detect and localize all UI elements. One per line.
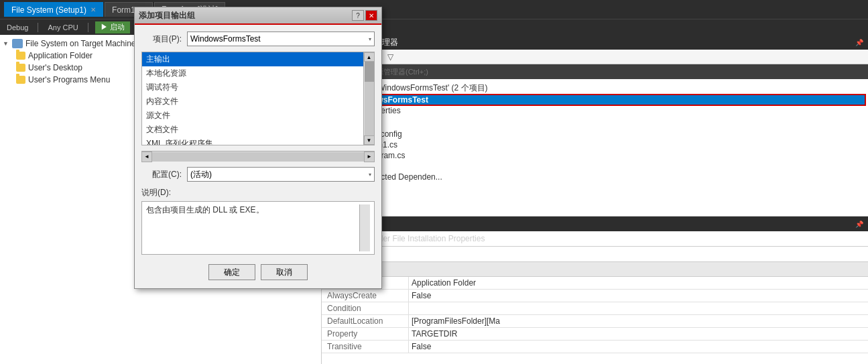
desc-scrollbar[interactable]	[359, 204, 370, 251]
props-title-bar: Application Folder File Installation Pro…	[322, 231, 868, 247]
config-combo[interactable]: (活动) ▾	[187, 167, 375, 182]
props-row-property[interactable]: Property TARGETDIR	[322, 328, 868, 341]
list-item-4[interactable]: 源文件	[142, 109, 363, 123]
sol-search-bar[interactable]	[322, 64, 868, 79]
dialog-add-output: 添加项目输出组 ? ✕ 项目(P): WindowsFormsTest ▾	[134, 7, 382, 289]
start-button[interactable]: ▶ 启动	[95, 21, 130, 34]
desc-box: 包含由项目生成的 DLL 或 EXE。	[141, 201, 375, 255]
sol-item-properties[interactable]: ▶ Properties	[324, 105, 865, 116]
list-item-2[interactable]: 调试符号	[142, 80, 363, 95]
dialog-close-btn[interactable]: ✕	[365, 10, 377, 21]
props-key-condition: Condition	[322, 302, 409, 314]
sol-search-input[interactable]	[324, 68, 865, 76]
list-item-6[interactable]: XML 序列化程序集	[142, 137, 363, 145]
h-scroll-right[interactable]: ►	[364, 151, 375, 162]
solution-explorer: 解决方案资源管理器 📌 ⌂ ↻ ⊟ ≡ ▽ ▼ 📁 解决方案'	[322, 35, 868, 217]
toolbar-sep2	[88, 23, 88, 32]
folder-icon-programs	[16, 76, 25, 84]
tree-item-appfolder-label: Application Folder	[28, 51, 92, 60]
project-row: 项目(P): WindowsFormsTest ▾	[141, 32, 375, 46]
config-row: 配置(C): (活动) ▾	[141, 167, 375, 182]
sol-project-wft[interactable]: ▼ 🗂 WindowsFormsTest	[324, 95, 865, 105]
props-row-alwayscreate[interactable]: AlwaysCreate False	[322, 290, 868, 302]
list-item-3[interactable]: 内容文件	[142, 95, 363, 109]
tree-item-desktop-label: User's Desktop	[28, 63, 82, 72]
tree-item-programs-label: User's Programs Menu	[28, 75, 110, 84]
dialog-title: 添加项目输出组	[139, 10, 195, 21]
solution-tree: ▼ 📁 解决方案'WindowsFormsTest' (2 个项目) ▼ 🗂 W…	[322, 79, 868, 216]
dialog-titlebar[interactable]: 添加项目输出组 ? ✕	[135, 7, 381, 25]
sol-filter-btn[interactable]: ▽	[383, 51, 397, 63]
config-combo-value: (活动)	[190, 169, 212, 180]
h-scroll-track	[152, 152, 364, 162]
cpu-dropdown[interactable]: Any CPU	[45, 23, 80, 32]
h-scroll-left[interactable]: ◄	[141, 151, 152, 162]
list-item-1[interactable]: 本地化资源	[142, 66, 363, 80]
server-icon	[12, 39, 23, 48]
project-combo[interactable]: WindowsFormsTest ▾	[187, 32, 375, 46]
sol-item-ref[interactable]: ▶ 🔗 引用	[324, 116, 865, 129]
scroll-up-btn[interactable]: ▲	[364, 52, 375, 62]
props-key-defaultloc: DefaultLocation	[322, 315, 409, 327]
desc-text: 包含由项目生成的 DLL 或 EXE。	[146, 204, 359, 251]
dialog-help-btn[interactable]: ?	[352, 10, 364, 21]
props-key-property: Property	[322, 328, 409, 340]
sol-item-setup1-child[interactable]: ▶ 📄 Detected Dependen...	[324, 172, 865, 182]
tab-filesystem-close[interactable]: ✕	[90, 6, 96, 13]
props-val-defaultloc: [ProgramFilesFolder][Ma	[409, 315, 868, 327]
solution-explorer-header: 解决方案资源管理器 📌	[322, 35, 868, 50]
tree-root-label: File System on Target Machine	[25, 39, 136, 48]
output-list-items: 主输出 本地化资源 调试符号 内容文件 源文件 文档文件 XML 序列化程序集	[142, 52, 363, 145]
main-toolbar: Debug Any CPU ▶ 启动	[0, 19, 868, 35]
props-header: 属性 📌	[322, 217, 868, 231]
desc-section: 说明(D): 包含由项目生成的 DLL 或 EXE。	[141, 187, 375, 255]
scroll-down-btn[interactable]: ▼	[364, 135, 375, 145]
cancel-button[interactable]: 取消	[261, 264, 308, 280]
sol-item-programcs[interactable]: ▶ C# Program.cs	[324, 150, 865, 161]
props-key-alwayscreate: AlwaysCreate	[322, 290, 409, 302]
root-expand-arrow: ▼	[3, 40, 9, 47]
props-row-defaultloc[interactable]: DefaultLocation [ProgramFilesFolder][Ma	[322, 315, 868, 328]
project-combo-value: WindowsFormsTest	[190, 34, 261, 44]
dialog-controls: ? ✕	[352, 10, 377, 21]
config-combo-arrow: ▾	[369, 172, 371, 178]
props-row-transitive[interactable]: Transitive False	[322, 341, 868, 353]
sol-item-appconfig[interactable]: ▶ 📄 App.config	[324, 129, 865, 139]
main-layout: ▼ File System on Target Machine Applicat…	[0, 35, 868, 364]
list-item-0[interactable]: 主输出	[142, 52, 363, 66]
props-pin-btn[interactable]: 📌	[855, 219, 864, 229]
sol-root[interactable]: ▼ 📁 解决方案'WindowsFormsTest' (2 个项目)	[324, 82, 865, 95]
props-val-transitive: False	[409, 341, 868, 353]
right-panel: 解决方案资源管理器 📌 ⌂ ↻ ⊟ ≡ ▽ ▼ 📁 解决方案'	[322, 35, 868, 364]
config-label: 配置(C):	[141, 169, 182, 180]
scroll-thumb[interactable]	[365, 62, 374, 82]
sol-item-setup1[interactable]: ▶ ⚙ Setup1	[324, 161, 865, 172]
solution-toolbar: ⌂ ↻ ⊟ ≡ ▽	[322, 50, 868, 64]
toolbar-sep1	[38, 23, 38, 32]
tab-bar: File System (Setup1) ✕ Form1.cs Form1.cs…	[0, 0, 868, 19]
sol-item-form1cs[interactable]: ▶ C# Form1.cs	[324, 139, 865, 150]
tab-filesystem-label: File System (Setup1)	[11, 5, 86, 15]
props-row-name[interactable]: (Name) Application Folder	[322, 277, 868, 290]
props-row-condition[interactable]: Condition	[322, 302, 868, 315]
props-toolbar: ⊞ ↕ 🔑	[322, 247, 868, 262]
props-key-transitive: Transitive	[322, 341, 409, 353]
props-header-btns: 📌	[855, 219, 864, 229]
debug-dropdown[interactable]: Debug	[4, 23, 31, 32]
tab-filesystem[interactable]: File System (Setup1) ✕	[4, 2, 103, 17]
h-scrollbar[interactable]: ◄ ►	[141, 151, 375, 162]
list-item-5[interactable]: 文档文件	[142, 123, 363, 137]
output-list: 主输出 本地化资源 调试符号 内容文件 源文件 文档文件 XML 序列化程序集 …	[141, 52, 375, 145]
list-scrollbar[interactable]: ▲ ▼	[363, 52, 374, 145]
props-table: ▣ 杂项 (Name) Application Folder AlwaysCre…	[322, 262, 868, 364]
left-panel: ▼ File System on Target Machine Applicat…	[0, 35, 322, 364]
ok-button[interactable]: 确定	[208, 264, 255, 280]
properties-panel: 属性 📌 Application Folder File Installatio…	[322, 217, 868, 364]
folder-icon-desktop	[16, 64, 25, 72]
pin-btn[interactable]: 📌	[855, 38, 864, 47]
props-val-condition	[409, 302, 868, 314]
dialog-body: 项目(P): WindowsFormsTest ▾ 主输出 本地化资源 调试符号…	[135, 25, 381, 288]
desc-label: 说明(D):	[141, 187, 375, 198]
props-val-alwayscreate: False	[409, 290, 868, 302]
scroll-track	[365, 62, 374, 135]
